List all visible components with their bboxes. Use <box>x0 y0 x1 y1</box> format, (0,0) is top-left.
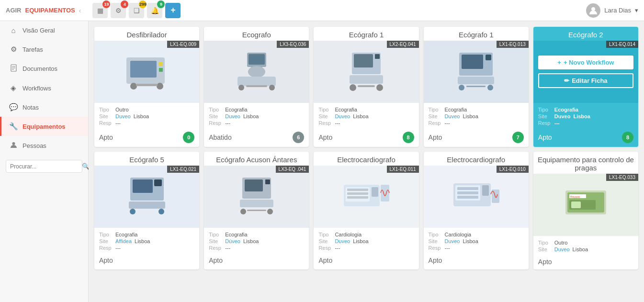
novo-workflow-button[interactable]: + + Novo Workflow <box>538 56 633 69</box>
site-value-org: Duveo <box>554 246 570 252</box>
svg-rect-51 <box>347 192 368 195</box>
card-status-row: Apto 8 <box>533 129 638 147</box>
resp-label: Resp <box>318 245 332 251</box>
site-row: Site Duveo Lisboa <box>99 113 194 119</box>
user-name[interactable]: Lara Dias <box>604 7 631 14</box>
svg-point-0 <box>591 7 595 11</box>
card-status-row: Apto <box>424 254 529 268</box>
sidebar-item-documentos[interactable]: Documentos <box>0 59 88 78</box>
svg-point-5 <box>12 142 15 145</box>
svg-rect-31 <box>458 77 494 84</box>
tipo-value: Ecografia <box>225 107 247 112</box>
plus-icon: + <box>170 5 176 15</box>
site-value-city: Lisboa <box>353 238 368 244</box>
card-status-row: Abatido 6 <box>204 129 309 147</box>
plus-icon: + <box>557 59 561 66</box>
card-ecografo[interactable]: Ecografo LX3-EQ.036 <box>204 27 309 147</box>
resp-label: Resp <box>99 245 113 251</box>
bell-icon-btn[interactable]: 🔔 9 <box>147 3 162 18</box>
svg-point-16 <box>248 66 265 78</box>
site-label: Site <box>209 113 222 119</box>
equipment-image <box>233 175 281 218</box>
svg-rect-67 <box>571 201 581 208</box>
search-input[interactable] <box>10 163 82 170</box>
calendar-icon-btn[interactable]: ▦ 19 <box>92 3 108 18</box>
card-status-row: Apto <box>533 255 638 269</box>
equipment-image <box>450 178 502 216</box>
pencil-icon: ✏ <box>564 77 569 84</box>
resp-label: Resp <box>318 120 332 126</box>
site-row: Site Duveo Lisboa <box>318 238 414 244</box>
card-equipamento-pragas[interactable]: Equipamento para controlo de pragas LX1-… <box>533 152 638 269</box>
tipo-row: Tipo Cardiologia <box>429 232 524 237</box>
card-title: Ecógrafo 5 <box>94 152 199 166</box>
card-info: Tipo Ecografia Site Duveo Lisboa Resp --… <box>424 103 529 129</box>
status-badge: 7 <box>512 132 524 143</box>
resp-row: Resp --- <box>429 120 524 126</box>
files-icon-btn[interactable]: ❑ 299 <box>129 3 144 18</box>
svg-rect-42 <box>245 179 263 191</box>
add-icon-btn[interactable]: + <box>165 3 181 18</box>
tipo-value: Cardiologia <box>335 232 362 237</box>
svg-rect-17 <box>237 77 276 86</box>
card-electrocardiografo-1[interactable]: Electrocardiografo LX1-EQ.011 <box>314 152 418 269</box>
svg-point-25 <box>350 84 356 91</box>
card-ecografo-acuson[interactable]: Ecógrafo Acuson Ántares LX3-EQ .041 <box>204 152 309 269</box>
site-value-org: Duveo <box>445 238 460 244</box>
card-desfibrilador[interactable]: Desfibrilador LX1-EQ.009 Ti <box>94 27 199 147</box>
svg-point-19 <box>269 85 275 90</box>
tipo-label: Tipo <box>429 232 442 237</box>
svg-rect-59 <box>457 196 478 199</box>
avatar <box>586 3 600 18</box>
card-status-row: Apto <box>204 254 309 268</box>
sidebar-item-pessoas[interactable]: Pessoas <box>0 136 88 155</box>
resp-row: Resp --- <box>209 120 304 126</box>
tipo-row: Tipo Cardiologia <box>318 232 414 237</box>
gear-icon-btn[interactable]: ⚙ 4 <box>111 3 126 18</box>
svg-rect-54 <box>381 185 389 201</box>
card-ecografo-2[interactable]: Ecógrafo 2 LX1-EQ.014 + + Novo Workflow … <box>533 27 638 147</box>
svg-point-32 <box>459 85 464 90</box>
status-label: Apto <box>538 258 552 266</box>
svg-rect-7 <box>130 61 157 78</box>
card-ecografo-1a[interactable]: Ecógrafo 1 LX2-EQ.041 Tipo <box>314 27 418 147</box>
tipo-value: Outro <box>115 107 129 112</box>
status-label: Apto <box>99 134 113 141</box>
card-info: Tipo Cardiologia Site Duveo Lisboa Resp … <box>424 228 529 254</box>
card-ecografo-5[interactable]: Ecógrafo 5 LX1-EQ.021 Tipo E <box>94 152 199 269</box>
sidebar-item-equipamentos[interactable]: 🔧 Equipamentos <box>0 117 88 136</box>
equipment-image <box>342 50 390 93</box>
site-value-org: Dúveo <box>225 238 240 244</box>
sidebar-item-visao-geral[interactable]: ⌂ Visão Geral <box>0 21 88 40</box>
nav-agir-label[interactable]: AGIR <box>6 7 22 14</box>
tipo-row: Tipo Ecografia <box>318 107 414 112</box>
tipo-value: Ecografia <box>115 232 137 237</box>
card-code-badge: LX3-EQ .041 <box>276 166 309 173</box>
site-value-city: Lisboa <box>573 113 590 119</box>
resp-label: Resp <box>99 120 113 126</box>
files-icon: ❑ <box>134 7 140 14</box>
svg-point-46 <box>267 209 273 214</box>
user-dropdown-icon[interactable]: ▾ <box>635 7 638 14</box>
tipo-row: Tipo Ecografia <box>209 107 304 112</box>
card-electrocardiografo-2[interactable]: Electrocardiografo LX1-EQ.010 <box>424 152 529 269</box>
editar-ficha-button[interactable]: ✏ Editar Ficha <box>538 73 633 88</box>
site-label: Site <box>538 246 552 252</box>
tipo-value: Outro <box>554 240 568 246</box>
nav-back-arrow[interactable]: ‹ <box>79 7 81 14</box>
nav-section-label[interactable]: EQUIPAMENTOS <box>25 7 75 14</box>
sidebar-item-notas[interactable]: 💬 Notas <box>0 98 88 117</box>
svg-rect-9 <box>159 68 163 72</box>
gear-icon: ⚙ <box>115 7 122 14</box>
card-code-badge: LX1-EQ.033 <box>606 174 638 181</box>
nav-icon-group: ▦ 19 ⚙ 4 ❑ 299 🔔 9 + <box>92 3 181 18</box>
sidebar-item-workflows[interactable]: ◈ Workflows <box>0 78 88 98</box>
card-info: Tipo Ecografia Site Duveo Lisboa Resp --… <box>204 103 309 129</box>
sidebar-item-tarefas[interactable]: ⚙ Tarefas <box>0 40 88 59</box>
svg-rect-47 <box>247 210 266 211</box>
svg-rect-53 <box>372 187 378 197</box>
equipment-image <box>452 50 500 93</box>
card-info: Tipo Ecografia Site Dúveo Lisboa Resp --… <box>204 228 309 254</box>
card-ecografo-1b[interactable]: Ecógrafo 1 LX1-EQ.013 Tipo <box>424 27 529 147</box>
equipment-image <box>122 50 172 93</box>
